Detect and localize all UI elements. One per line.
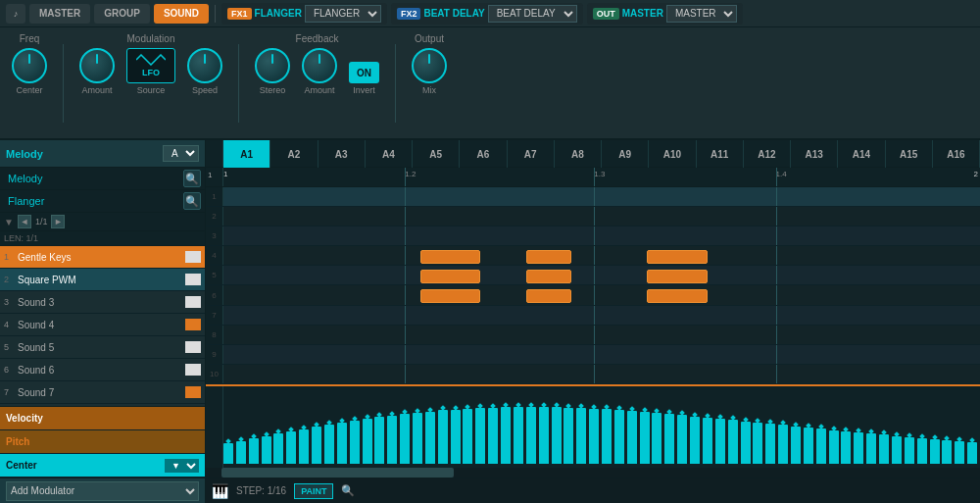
note-6-1[interactable] — [420, 289, 481, 303]
fx2-select[interactable]: BEAT DELAY — [488, 5, 577, 23]
col-a16[interactable]: A16 — [933, 140, 980, 168]
col-a8[interactable]: A8 — [555, 140, 602, 168]
grid-10-1 — [405, 365, 406, 383]
sound-item-7[interactable]: 7 Sound 7 — [0, 381, 205, 404]
note-4-2[interactable] — [526, 250, 571, 264]
col-a5[interactable]: A5 — [413, 140, 460, 168]
track-cells-4[interactable] — [223, 246, 980, 265]
track-row-8: 8 — [206, 326, 980, 345]
add-modulator-select[interactable]: Add Modulator — [6, 481, 199, 501]
col-a6[interactable]: A6 — [460, 140, 507, 168]
velocity-content[interactable]: .vs { stroke: #00c8d4; stroke-width: 1.5… — [223, 386, 980, 468]
mix-knob[interactable] — [412, 48, 447, 83]
sound-item-5[interactable]: 5 Sound 5 — [0, 336, 205, 359]
track-cells-8[interactable] — [223, 326, 980, 344]
sound-item-3[interactable]: 3 Sound 3 — [0, 291, 205, 314]
track-ruler-1: 1 — [206, 187, 223, 206]
track-ruler-4: 4 — [206, 246, 223, 265]
track-row-10: 10 — [206, 365, 980, 384]
search-icon-2: 🔍 — [185, 195, 199, 208]
stereo-knob-label: Stereo — [260, 85, 286, 95]
note-4-1[interactable] — [420, 250, 481, 264]
h-scroll-thumb[interactable] — [221, 468, 454, 478]
track-cells-5[interactable] — [223, 266, 980, 284]
col-a14[interactable]: A14 — [838, 140, 885, 168]
down-arrow-icon: ▼ — [4, 217, 14, 227]
velocity-modulator[interactable]: Velocity — [0, 407, 205, 430]
track-dropdown-a[interactable]: A — [163, 145, 199, 162]
center-knob[interactable] — [12, 48, 47, 83]
vel-bar-33 — [640, 412, 650, 464]
sound-item-2[interactable]: 2 Square PWM — [0, 269, 205, 291]
amount-knob[interactable] — [79, 48, 115, 83]
divider-mod-fb — [238, 44, 239, 123]
out-select[interactable]: MASTER — [666, 5, 737, 23]
instrument-search-btn[interactable]: 🔍 — [183, 170, 201, 187]
vel-bar-52 — [879, 434, 889, 464]
fb-amount-knob[interactable] — [302, 48, 337, 83]
col-a15[interactable]: A15 — [886, 140, 933, 168]
center-dropdown[interactable]: ▼ — [165, 459, 199, 473]
speed-knob[interactable] — [187, 48, 222, 83]
nav-prev-btn[interactable]: ◄ — [18, 215, 31, 228]
note-5-3[interactable] — [647, 270, 708, 283]
len-row: LEN: 1/1 — [0, 231, 205, 246]
center-modulator[interactable]: Center ▼ — [0, 454, 205, 478]
pitch-modulator[interactable]: Pitch — [0, 430, 205, 454]
track-cells-7[interactable] — [223, 306, 980, 325]
sound-num-1: 1 — [4, 252, 18, 262]
search-icon-bottom[interactable]: 🔍 — [341, 484, 355, 497]
vel-bar-10 — [350, 421, 360, 464]
track-cells-1[interactable] — [223, 187, 980, 206]
tab-master[interactable]: MASTER — [29, 4, 90, 24]
time-ruler: 1 1 1.2 1.3 1.4 2 — [206, 168, 980, 187]
sound-item-1[interactable]: 1 Gentle Keys — [0, 246, 205, 269]
ruler-grid-3 — [776, 168, 777, 186]
note-6-3[interactable] — [647, 289, 708, 303]
note-6-2[interactable] — [526, 289, 571, 303]
col-a3[interactable]: A3 — [318, 140, 366, 168]
track-cells-3[interactable] — [223, 226, 980, 245]
track-ruler-5: 5 — [206, 266, 223, 284]
main-content: Melody A Melody 🔍 Flanger 🔍 ▼ ◄ 1/1 — [0, 140, 980, 503]
output-group: Output Mix — [412, 33, 447, 95]
col-a12[interactable]: A12 — [744, 140, 791, 168]
track-cells-2[interactable] — [223, 207, 980, 226]
tab-group[interactable]: GROUP — [94, 4, 150, 24]
col-a7[interactable]: A7 — [508, 140, 555, 168]
grid-6-1 — [405, 285, 406, 304]
preset-search-btn[interactable]: 🔍 — [183, 192, 201, 210]
col-a2[interactable]: A2 — [270, 140, 318, 168]
nav-next-btn[interactable]: ► — [51, 215, 65, 228]
stereo-knob[interactable] — [255, 48, 290, 83]
invert-on-button[interactable]: ON — [349, 62, 379, 83]
col-a11[interactable]: A11 — [697, 140, 744, 168]
h-scrollbar[interactable] — [206, 468, 980, 478]
track-cells-10[interactable] — [223, 365, 980, 383]
sound-item-4[interactable]: 4 Sound 4 — [0, 314, 205, 336]
sound-num-5: 5 — [4, 342, 18, 352]
col-a10[interactable]: A10 — [649, 140, 696, 168]
tab-sound[interactable]: SOUND — [154, 4, 209, 24]
add-modulator-row: Add Modulator — [0, 478, 205, 503]
bottom-bar: 🎹 STEP: 1/16 PAINT 🔍 — [206, 478, 980, 503]
col-a1[interactable]: A1 — [223, 140, 270, 168]
col-a4[interactable]: A4 — [366, 140, 413, 168]
fx1-select[interactable]: FLANGER — [305, 5, 381, 23]
sound-bar-1 — [185, 251, 201, 263]
vel-bar-17 — [438, 410, 448, 464]
track-cells-9[interactable] — [223, 345, 980, 364]
grid-5-3 — [776, 266, 777, 284]
track-cells-6[interactable] — [223, 285, 980, 304]
note-4-3[interactable] — [647, 250, 708, 264]
sound-item-6[interactable]: 6 Sound 6 — [0, 359, 205, 381]
note-5-1[interactable] — [420, 270, 481, 283]
vel-bar-3 — [262, 436, 271, 464]
note-5-2[interactable] — [526, 270, 571, 283]
paint-button[interactable]: PAINT — [294, 483, 333, 499]
lfo-wave-svg — [136, 54, 166, 66]
col-a9[interactable]: A9 — [602, 140, 649, 168]
sound-name-5: Sound 5 — [18, 342, 181, 353]
col-a13[interactable]: A13 — [791, 140, 838, 168]
feedback-group: Feedback Stereo Amount ON Invert — [255, 33, 379, 95]
